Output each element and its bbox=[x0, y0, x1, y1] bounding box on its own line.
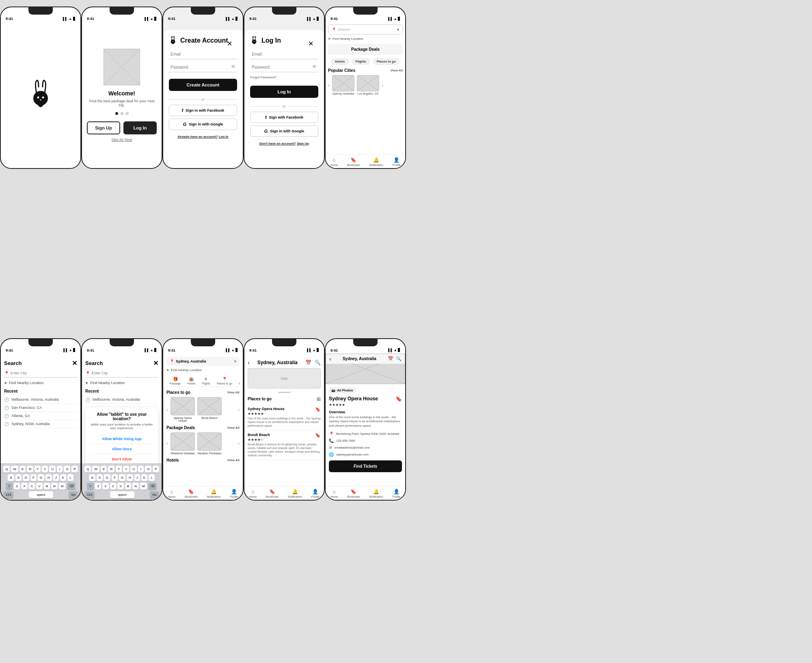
key-a-2[interactable]: A bbox=[89, 474, 95, 481]
signup-button[interactable]: Sign Up bbox=[87, 121, 120, 134]
key-123[interactable]: 123 bbox=[3, 491, 13, 498]
hotels-view-all[interactable]: View All bbox=[227, 458, 240, 462]
find-nearby-link[interactable]: ➤ Find Nearby Location bbox=[328, 37, 403, 41]
nav-bookmark[interactable]: 🔖 Bookmark bbox=[347, 157, 360, 166]
key-123-2[interactable]: 123 bbox=[84, 491, 95, 498]
key-e[interactable]: E bbox=[19, 466, 26, 473]
all-photos-button[interactable]: 📷 All Photos bbox=[329, 387, 356, 393]
key-v-2[interactable]: V bbox=[117, 483, 123, 490]
nav-notification-4[interactable]: 🔔Notification bbox=[369, 489, 383, 498]
key-go[interactable]: Go bbox=[69, 491, 78, 498]
key-i-2[interactable]: I bbox=[138, 466, 144, 473]
hotels-pill[interactable]: Hotels bbox=[331, 58, 349, 65]
key-i[interactable]: I bbox=[57, 466, 63, 473]
key-m-2[interactable]: M bbox=[140, 483, 147, 490]
key-f-2[interactable]: F bbox=[112, 474, 118, 481]
key-k-2[interactable]: K bbox=[141, 474, 147, 481]
next-places-arrow[interactable]: › bbox=[238, 407, 240, 412]
key-o[interactable]: O bbox=[64, 466, 70, 473]
key-space[interactable]: space bbox=[29, 491, 53, 498]
card-opera-house[interactable]: Sydney Opera House bbox=[171, 397, 195, 422]
close-search-button-1[interactable]: ✕ bbox=[72, 359, 77, 367]
prev-city-arrow[interactable]: ‹ bbox=[328, 82, 330, 88]
place-item-bondi[interactable]: 🔖 Bondi Beach ★★★★☆ Bondi Beach is famou… bbox=[248, 430, 321, 460]
recent-item-sf[interactable]: 🕐 San Francisco, CA bbox=[4, 404, 77, 412]
key-h-2[interactable]: H bbox=[127, 474, 133, 481]
key-v[interactable]: V bbox=[36, 483, 42, 490]
key-s-2[interactable]: S bbox=[97, 474, 103, 481]
key-h[interactable]: H bbox=[45, 474, 52, 481]
places-pill[interactable]: Places to go bbox=[373, 58, 400, 65]
card-bondi[interactable]: Bondi Beach bbox=[197, 397, 222, 422]
login-facebook-button[interactable]: f Sign with Facebook bbox=[250, 112, 318, 123]
login-link[interactable]: Log In bbox=[219, 135, 229, 138]
key-k[interactable]: K bbox=[60, 474, 66, 481]
search-icon-detail[interactable]: 🔍 bbox=[396, 356, 402, 361]
key-c[interactable]: C bbox=[29, 483, 35, 490]
nav-notification-2[interactable]: 🔔Notification bbox=[207, 489, 221, 498]
key-r-2[interactable]: R bbox=[108, 466, 114, 473]
key-o-2[interactable]: O bbox=[145, 466, 151, 473]
place-item-opera-house[interactable]: 🔖 Sydney Opera House ★★★★★ One of the mo… bbox=[248, 404, 321, 430]
key-t-2[interactable]: T bbox=[116, 466, 122, 473]
city-card-sydney[interactable]: Sydney, Australia bbox=[332, 75, 354, 95]
close-modal-button[interactable]: ✕ bbox=[227, 40, 232, 48]
key-shift[interactable]: ⇧ bbox=[6, 483, 13, 490]
signup-link[interactable]: Sign Up bbox=[297, 142, 309, 145]
key-g[interactable]: G bbox=[38, 474, 44, 481]
find-tickets-button[interactable]: Find Tickets bbox=[329, 460, 402, 472]
city-card-la[interactable]: Los Angeles, CA bbox=[357, 75, 379, 95]
forgot-password-link[interactable]: Forgot Password? bbox=[250, 76, 318, 79]
city-input-row-2[interactable]: 📍 bbox=[85, 369, 158, 378]
google-signin-button[interactable]: G Sign in with Google bbox=[169, 119, 237, 130]
key-j-2[interactable]: J bbox=[134, 474, 140, 481]
login-button[interactable]: Log In bbox=[123, 121, 157, 134]
key-u[interactable]: U bbox=[49, 466, 56, 473]
nearby-link-1[interactable]: ➤ Find Nearby Location bbox=[4, 381, 77, 385]
tab-package[interactable]: 🎁 Package bbox=[166, 375, 184, 387]
tab-flights[interactable]: ✈ Flights bbox=[199, 375, 214, 387]
city-selector[interactable]: 📍 Sydney, Australia ▾ bbox=[166, 357, 240, 366]
nav-notification-3[interactable]: 🔔Notification bbox=[288, 489, 302, 498]
nav-home[interactable]: ⌂ Home bbox=[330, 157, 338, 166]
key-shift-2[interactable]: ⇧ bbox=[87, 483, 94, 490]
bookmark-opera-house[interactable]: 🔖 bbox=[315, 407, 321, 412]
next-packages-arrow[interactable]: › bbox=[238, 441, 240, 446]
allow-once-button[interactable]: Allow Once bbox=[90, 444, 153, 454]
key-d[interactable]: D bbox=[23, 474, 29, 481]
nav-profile-2[interactable]: 👤Profile bbox=[230, 489, 238, 498]
key-r[interactable]: R bbox=[27, 466, 33, 473]
key-l[interactable]: L bbox=[67, 474, 73, 481]
key-d-2[interactable]: D bbox=[104, 474, 110, 481]
key-y-2[interactable]: Y bbox=[123, 466, 129, 473]
search-icon-places[interactable]: 🔍 bbox=[315, 360, 321, 365]
key-g-2[interactable]: G bbox=[119, 474, 125, 481]
card-weekend-getaway[interactable]: Weekend Getaway bbox=[171, 432, 195, 455]
nav-home-3[interactable]: ⌂Home bbox=[249, 489, 257, 498]
key-b[interactable]: B bbox=[44, 483, 50, 490]
key-x-2[interactable]: X bbox=[102, 483, 108, 490]
key-q-2[interactable]: Q bbox=[84, 466, 91, 473]
allow-while-using-button[interactable]: Allow While Using App bbox=[90, 434, 153, 444]
bookmark-bondi[interactable]: 🔖 bbox=[315, 433, 321, 438]
key-x[interactable]: X bbox=[21, 483, 27, 490]
login-submit-button[interactable]: Log In bbox=[250, 86, 318, 98]
key-q[interactable]: Q bbox=[3, 466, 10, 473]
city-input-1[interactable] bbox=[11, 371, 77, 375]
calendar-icon-places[interactable]: 📅 bbox=[305, 360, 311, 365]
close-login-modal-button[interactable]: ✕ bbox=[308, 40, 313, 48]
city-input-row-1[interactable]: 📍 bbox=[4, 369, 77, 378]
prev-packages-arrow[interactable]: ‹ bbox=[166, 441, 168, 446]
bookmark-detail[interactable]: 🔖 bbox=[395, 396, 402, 402]
login-password-input[interactable] bbox=[250, 63, 318, 72]
login-google-button[interactable]: G Sign in with Google bbox=[250, 125, 318, 137]
key-w-2[interactable]: W bbox=[92, 466, 99, 473]
card-vacation-packages[interactable]: Vacation Packages bbox=[197, 432, 222, 455]
key-z[interactable]: Z bbox=[14, 483, 20, 490]
nearby-link-2[interactable]: ➤ Find Nearby Location bbox=[85, 381, 158, 385]
recent-item-melbourne-2[interactable]: 🕐 Melbourne, Victoria, Australia bbox=[85, 396, 158, 404]
contact-phone[interactable]: 📞 123-456-7890 bbox=[329, 437, 402, 444]
show-password-icon[interactable]: 👁 bbox=[231, 64, 235, 69]
key-go-2[interactable]: Go bbox=[150, 491, 159, 498]
packages-view-all[interactable]: View All bbox=[227, 426, 240, 430]
